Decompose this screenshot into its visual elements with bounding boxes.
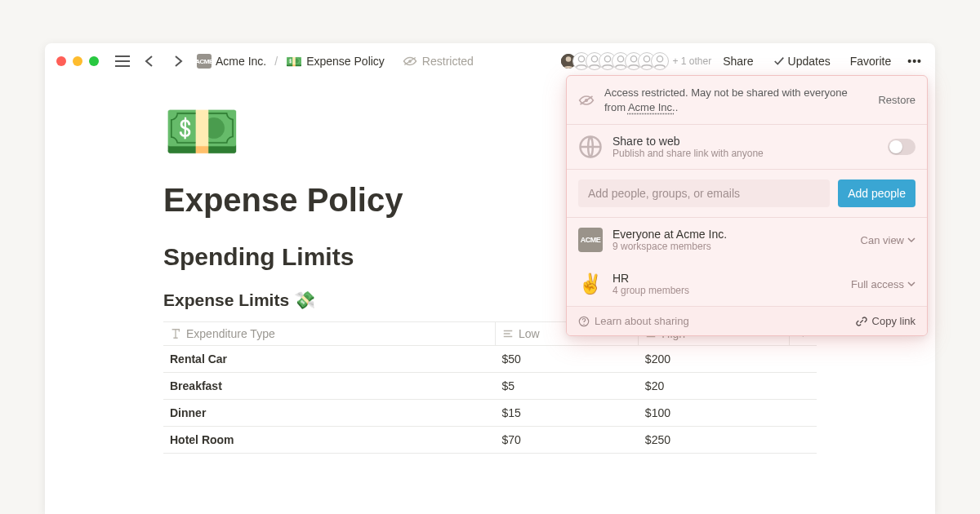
help-icon (578, 316, 590, 327)
cell-high[interactable]: $20 (639, 373, 789, 400)
expense-limits-table: Expenditure Type Low High (163, 321, 817, 454)
entity-subtext: 4 group members (612, 285, 841, 296)
add-people-button[interactable]: Add people (838, 179, 915, 207)
maximize-window-icon[interactable] (89, 56, 99, 66)
table-row[interactable]: Hotel Room$70$250 (163, 427, 817, 454)
invite-row: Add people (567, 169, 927, 217)
favorite-button[interactable]: Favorite (842, 51, 900, 71)
share-web-toggle[interactable] (888, 139, 915, 155)
restricted-label: Restricted (422, 55, 474, 68)
back-button[interactable] (138, 52, 163, 70)
eye-off-icon (578, 94, 595, 107)
number-type-icon (502, 328, 514, 339)
close-window-icon[interactable] (56, 56, 66, 66)
cell-high[interactable]: $200 (639, 346, 789, 373)
updates-label: Updates (788, 55, 831, 68)
svg-point-7 (631, 56, 637, 62)
copy-link-label: Copy link (872, 315, 915, 327)
cell-high[interactable]: $100 (639, 400, 789, 427)
more-menu-button[interactable]: ••• (902, 53, 927, 69)
cell-low[interactable]: $5 (495, 373, 638, 400)
permission-dropdown[interactable]: Can view (861, 234, 915, 246)
entity-name: Everyone at Acme Inc. (612, 228, 851, 241)
globe-icon (578, 135, 603, 159)
page-icon-small: 💵 (286, 54, 302, 69)
share-entity-row: ✌️HR4 group membersFull access (567, 262, 927, 306)
breadcrumb-page[interactable]: 💵 Expense Policy (283, 52, 388, 71)
restricted-message: Access restricted. May not be shared wit… (604, 86, 868, 114)
table-row[interactable]: Breakfast$5$20 (163, 373, 817, 400)
breadcrumb-workspace[interactable]: ACME Acme Inc. (194, 52, 270, 70)
entity-subtext: 9 workspace members (612, 241, 851, 252)
avatar[interactable] (651, 52, 669, 70)
table-row[interactable]: Rental Car$50$200 (163, 346, 817, 373)
share-web-title: Share to web (612, 135, 878, 148)
cell-type[interactable]: Hotel Room (163, 427, 495, 454)
text-type-icon (170, 328, 181, 339)
check-icon (773, 55, 785, 67)
window-controls[interactable] (56, 56, 99, 66)
learn-label: Learn about sharing (595, 315, 689, 327)
cell-low[interactable]: $50 (495, 346, 638, 373)
menu-icon[interactable] (110, 52, 135, 70)
collaborator-avatars[interactable]: + 1 other (559, 52, 711, 70)
share-to-web-row: Share to web Publish and share link with… (567, 124, 927, 169)
cell-type[interactable]: Breakfast (163, 373, 495, 400)
svg-point-9 (657, 56, 663, 62)
breadcrumb-separator: / (274, 55, 278, 68)
invite-input[interactable] (578, 179, 830, 207)
cell-low[interactable]: $15 (495, 400, 638, 427)
restore-button[interactable]: Restore (878, 94, 915, 106)
svg-point-4 (592, 56, 598, 62)
cell-high[interactable]: $250 (639, 427, 789, 454)
learn-sharing-link[interactable]: Learn about sharing (578, 315, 689, 327)
svg-point-6 (618, 56, 624, 62)
breadcrumb-page-name: Expense Policy (306, 55, 385, 68)
column-header-type[interactable]: Expenditure Type (163, 322, 495, 346)
minimize-window-icon[interactable] (73, 56, 82, 66)
entity-name: HR (612, 272, 841, 285)
svg-point-8 (644, 56, 650, 62)
svg-point-2 (566, 56, 572, 62)
svg-point-13 (583, 323, 584, 324)
svg-point-5 (605, 56, 611, 62)
forward-button[interactable] (166, 52, 190, 70)
restricted-indicator: Restricted (403, 55, 474, 68)
cell-low[interactable]: $70 (495, 427, 638, 454)
table-row[interactable]: Dinner$15$100 (163, 400, 817, 427)
column-label: Expenditure Type (186, 327, 275, 340)
breadcrumb: ACME Acme Inc. / 💵 Expense Policy (194, 52, 388, 71)
org-icon: ACME (578, 228, 603, 252)
copy-link-button[interactable]: Copy link (856, 315, 915, 327)
workspace-link[interactable]: Acme Inc. (628, 101, 675, 113)
share-popover: Access restricted. May not be shared wit… (566, 75, 928, 336)
group-icon: ✌️ (578, 273, 603, 295)
share-entity-row: ACMEEveryone at Acme Inc.9 workspace mem… (567, 217, 927, 262)
eye-off-icon (403, 55, 417, 67)
share-button[interactable]: Share (715, 51, 761, 71)
chevron-down-icon (907, 280, 915, 288)
svg-point-3 (579, 56, 585, 62)
restricted-banner: Access restricted. May not be shared wit… (567, 76, 927, 124)
cell-type[interactable]: Rental Car (163, 346, 495, 373)
column-label: Low (519, 327, 540, 340)
permission-dropdown[interactable]: Full access (851, 278, 915, 290)
workspace-name: Acme Inc. (216, 55, 266, 68)
link-icon (856, 316, 867, 327)
workspace-icon: ACME (197, 54, 212, 69)
updates-button[interactable]: Updates (765, 51, 839, 71)
chevron-down-icon (907, 236, 915, 244)
share-web-subtitle: Publish and share link with anyone (612, 148, 878, 159)
cell-type[interactable]: Dinner (163, 400, 495, 427)
avatars-overflow[interactable]: + 1 other (672, 55, 711, 67)
